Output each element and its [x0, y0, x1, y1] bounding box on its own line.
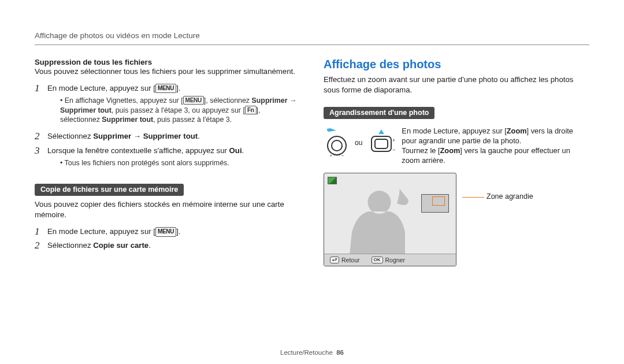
zoom-pill-heading: Agrandissement d'une photo	[324, 107, 434, 119]
step-text: Sélectionnez	[47, 241, 93, 250]
zoom-highlight-rect	[432, 196, 445, 206]
bold-text: Supprimer tout	[143, 132, 198, 140]
svg-rect-4	[375, 139, 388, 148]
svg-text:−: −	[392, 147, 395, 153]
step-text: ].	[176, 227, 180, 236]
section-title: Affichage des photos	[324, 58, 589, 71]
image-icon	[328, 177, 337, 184]
svg-point-1	[332, 140, 342, 151]
bold-text: Zoom	[507, 127, 527, 135]
arrow-text: →	[287, 96, 296, 105]
preview-screen: ⮐ Retour OK Rogner	[324, 173, 456, 266]
bold-text: Oui	[229, 146, 242, 155]
back-label: Retour	[341, 257, 360, 263]
bold-text: Supprimer tout	[102, 116, 153, 124]
step-number: 2	[35, 131, 43, 142]
bold-text: Supprimer tout	[60, 106, 112, 114]
menu-icon: MENU	[183, 96, 204, 105]
delete-steps: 1 En mode Lecture, appuyez sur [MENU]. E…	[35, 83, 300, 172]
legend-pointer-line	[462, 197, 484, 198]
arrow-text: →	[131, 132, 143, 140]
footer-section: Lecture/Retouche	[280, 349, 333, 356]
substep-text: En affichage Vignettes, appuyez sur [	[65, 96, 183, 105]
legend-label: Zone agrandie	[486, 192, 533, 200]
zoom-desc: Tournez le [	[402, 146, 440, 155]
substep-text: , puis passez à l'étape 3.	[153, 116, 232, 124]
step-text: Sélectionnez	[47, 132, 93, 140]
svg-text:+: +	[392, 138, 395, 143]
menu-icon: MENU	[155, 84, 176, 94]
step-text: En mode Lecture, appuyez sur [	[47, 84, 155, 92]
section-desc: Effectuez un zoom avant sur une partie d…	[324, 75, 589, 95]
or-text: ou	[355, 139, 362, 147]
step-text: En mode Lecture, appuyez sur [	[47, 227, 155, 236]
fn-icon: Fn	[245, 106, 257, 115]
left-column: Suppression de tous les fichiers Vous po…	[35, 58, 300, 266]
delete-all-heading: Suppression de tous les fichiers	[35, 58, 300, 66]
page-header: Affichage de photos ou vidéos en mode Le…	[35, 31, 589, 45]
zoom-overview-rect	[421, 194, 449, 213]
screen-footer-bar: ⮐ Retour OK Rogner	[324, 254, 456, 266]
copy-desc: Vous pouvez copier des fichiers stockés …	[35, 199, 300, 220]
step-text: .	[242, 146, 244, 155]
step-text: ].	[176, 84, 180, 92]
step-text: .	[198, 132, 200, 140]
svg-text:+ · · · −: + · · · −	[330, 153, 344, 157]
substep-text: Tous les fichiers non protégés sont alor…	[60, 158, 244, 168]
step-number: 1	[35, 226, 43, 237]
zoom-desc: En mode Lecture, appuyez sur [	[402, 127, 506, 135]
step-number: 3	[35, 145, 43, 172]
right-column: Affichage des photos Effectuez un zoom a…	[324, 58, 589, 266]
step-text: .	[148, 241, 151, 250]
silhouette-graphic	[341, 186, 417, 255]
copy-steps: 1 En mode Lecture, appuyez sur [MENU]. 2…	[35, 226, 300, 252]
footer-page-number: 86	[336, 349, 344, 356]
bold-text: Supprimer	[252, 96, 288, 105]
bold-text: Supprimer	[93, 132, 131, 140]
menu-icon: MENU	[155, 227, 176, 237]
step-text: Lorsque la fenêtre contextuelle s'affich…	[47, 146, 229, 155]
copy-pill-heading: Copie de fichiers sur une carte mémoire	[35, 184, 184, 196]
dial-icon: + · · · −	[324, 128, 350, 157]
bold-text: Zoom	[440, 146, 460, 155]
delete-all-desc: Vous pouvez sélectionner tous les fichie…	[35, 66, 300, 77]
crop-label: Rogner	[385, 257, 405, 263]
bold-text: Copie sur carte	[93, 241, 148, 250]
ok-key-icon: OK	[372, 257, 383, 263]
page-footer: Lecture/Retouche 86	[0, 349, 624, 356]
zoom-lever-icon: + −	[367, 128, 396, 157]
step-number: 2	[35, 240, 43, 251]
substep-text: , puis passez à l'étape 3, ou appuyez su…	[112, 106, 245, 114]
substep-text: ], sélectionnez	[204, 96, 252, 105]
step-number: 1	[35, 83, 43, 128]
back-key-icon: ⮐	[330, 257, 339, 263]
